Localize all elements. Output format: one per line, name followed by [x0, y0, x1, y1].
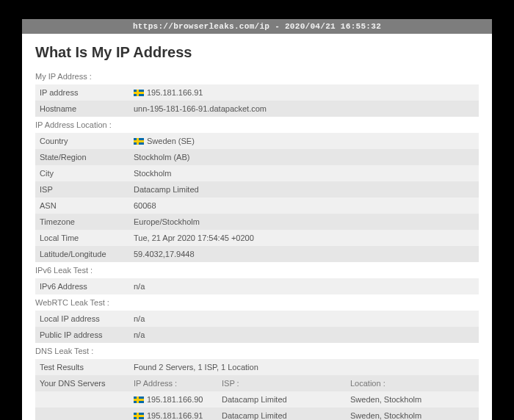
dns-row-spacer: [35, 408, 129, 420]
table-row: Local IP address n/a: [35, 311, 479, 327]
table-row: ISP Datacamp Limited: [35, 181, 479, 198]
browser-window: https://browserleaks.com/ip - 2020/04/21…: [22, 19, 492, 420]
sweden-flag-icon: [134, 413, 144, 419]
country-value: Sweden (SE): [134, 137, 474, 145]
local-ip-label: Local IP address: [40, 314, 134, 323]
localtime-value: Tue, 21 Apr 2020 17:54:45 +0200: [134, 233, 474, 242]
table-row: State/Region Stockholm (AB): [35, 149, 479, 165]
isp-value: Datacamp Limited: [134, 185, 474, 194]
city-label: City: [40, 169, 134, 178]
table-row: Public IP address n/a: [35, 327, 479, 343]
sweden-flag-icon: [134, 397, 144, 403]
latlon-label: Latitude/Longitude: [40, 250, 134, 258]
test-results-value: Found 2 Servers, 1 ISP, 1 Location: [134, 363, 474, 372]
dns-row-spacer: [35, 391, 129, 408]
public-ip-value: n/a: [134, 330, 474, 339]
dns-servers-table: Your DNS Servers IP Address : ISP : Loca…: [35, 375, 479, 420]
dns-server-ip: 195.181.166.91: [129, 408, 217, 420]
table-row: IP address 195.181.166.91: [35, 84, 479, 101]
section-dns: DNS Leak Test :: [35, 343, 479, 359]
asn-label: ASN: [40, 201, 134, 210]
state-label: State/Region: [40, 153, 134, 162]
window-titlebar: https://browserleaks.com/ip - 2020/04/21…: [22, 19, 492, 34]
table-row: Timezone Europe/Stockholm: [35, 214, 479, 230]
page-content: What Is My IP Address My IP Address : IP…: [22, 34, 492, 420]
dns-server-isp: Datacamp Limited: [217, 408, 346, 420]
dns-col-location: Location :: [346, 375, 479, 391]
isp-label: ISP: [40, 185, 134, 194]
public-ip-label: Public IP address: [40, 330, 134, 339]
hostname-label: Hostname: [40, 104, 134, 113]
localtime-label: Local Time: [40, 233, 134, 242]
table-row: Hostname unn-195-181-166-91.datapacket.c…: [35, 101, 479, 117]
latlon-value: 59.4032,17.9448: [134, 250, 474, 258]
country-label: Country: [40, 137, 134, 145]
ipv6-address-value: n/a: [134, 282, 474, 291]
sweden-flag-icon: [134, 90, 144, 96]
dns-col-ip: IP Address :: [129, 375, 217, 391]
sweden-flag-icon: [134, 138, 144, 145]
timezone-value: Europe/Stockholm: [134, 217, 474, 226]
ip-address-label: IP address: [40, 88, 134, 97]
table-row: IPv6 Address n/a: [35, 278, 479, 294]
dns-servers-label: Your DNS Servers: [35, 375, 129, 391]
dns-col-isp: ISP :: [217, 375, 346, 391]
city-value: Stockholm: [134, 169, 474, 178]
section-my-ip: My IP Address :: [35, 68, 479, 84]
test-results-label: Test Results: [40, 363, 134, 372]
table-row: Latitude/Longitude 59.4032,17.9448: [35, 246, 479, 262]
dns-server-isp: Datacamp Limited: [217, 391, 346, 408]
local-ip-value: n/a: [134, 314, 474, 323]
section-webrtc: WebRTC Leak Test :: [35, 294, 479, 311]
table-row: Country Sweden (SE): [35, 133, 479, 149]
section-location: IP Address Location :: [35, 117, 479, 133]
ipv6-address-label: IPv6 Address: [40, 282, 134, 291]
hostname-value: unn-195-181-166-91.datapacket.com: [134, 104, 474, 113]
dns-server-location: Sweden, Stockholm: [346, 408, 479, 420]
ip-address-value: 195.181.166.91: [134, 88, 474, 97]
table-row: ASN 60068: [35, 198, 479, 214]
dns-server-location: Sweden, Stockholm: [346, 391, 479, 408]
window-title: https://browserleaks.com/ip - 2020/04/21…: [133, 22, 381, 31]
state-value: Stockholm (AB): [134, 153, 474, 162]
section-ipv6: IPv6 Leak Test :: [35, 262, 479, 278]
page-title: What Is My IP Address: [35, 44, 479, 61]
timezone-label: Timezone: [40, 217, 134, 226]
table-row: Test Results Found 2 Servers, 1 ISP, 1 L…: [35, 359, 479, 375]
dns-server-ip: 195.181.166.90: [129, 391, 217, 408]
asn-value: 60068: [134, 201, 474, 210]
table-row: City Stockholm: [35, 165, 479, 181]
table-row: Local Time Tue, 21 Apr 2020 17:54:45 +02…: [35, 230, 479, 246]
